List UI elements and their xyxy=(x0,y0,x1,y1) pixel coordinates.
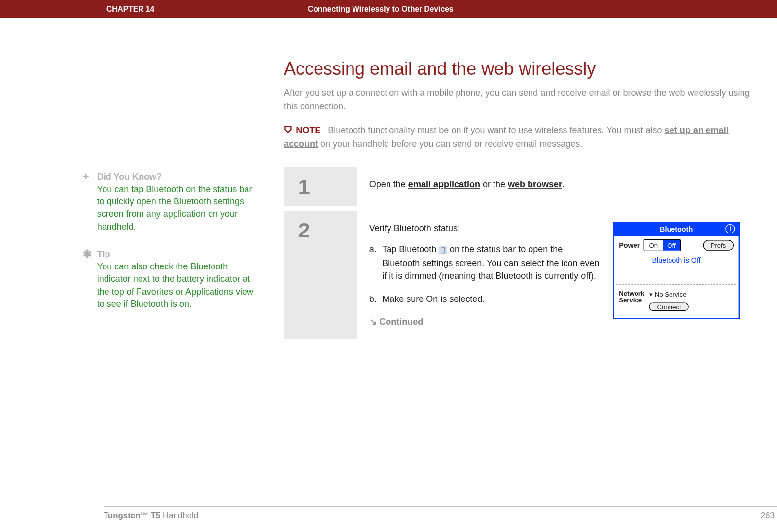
chapter-label: CHAPTER 14 xyxy=(106,4,308,13)
note-label: NOTE xyxy=(296,125,320,134)
asterisk-icon: ✱ xyxy=(83,249,97,260)
content: Accessing email and the web wirelessly A… xyxy=(284,59,751,339)
section-title: Accessing email and the web wirelessly xyxy=(284,59,751,79)
info-icon[interactable]: i xyxy=(725,224,735,233)
section-intro: After you set up a connection with a mob… xyxy=(284,86,751,113)
plus-icon: + xyxy=(83,171,97,182)
step-2b: b. Make sure On is selected. xyxy=(369,293,601,306)
note-text-pre: Bluetooth functionality must be on if yo… xyxy=(328,125,664,134)
did-you-know-box: + Did You Know? You can tap Bluetooth on… xyxy=(83,171,260,233)
tip-body: You can also check the Bluetooth indicat… xyxy=(97,260,260,310)
sidebar: + Did You Know? You can tap Bluetooth on… xyxy=(83,59,284,339)
step-1: 1 Open the email application or the web … xyxy=(284,167,751,211)
continued-label: ↘Continued xyxy=(369,315,601,329)
product-name: Tungsten™ T5 Handheld xyxy=(104,511,198,520)
tip-heading: Tip xyxy=(97,249,260,259)
chapter-header: CHAPTER 14 Connecting Wirelessly to Othe… xyxy=(0,0,777,18)
step-2: 2 Verify Bluetooth status: a. Tap Blueto… xyxy=(284,211,751,339)
arrow-down-right-icon: ↘ xyxy=(369,315,377,329)
power-label: Power xyxy=(619,240,640,251)
connect-button[interactable]: Connect xyxy=(649,302,689,311)
chapter-title: Connecting Wirelessly to Other Devices xyxy=(308,4,453,13)
step-number: 1 xyxy=(284,167,357,206)
network-status[interactable]: No Service xyxy=(649,290,734,299)
bluetooth-status: Bluetooth is Off xyxy=(614,255,739,284)
email-application-link[interactable]: email application xyxy=(408,179,480,189)
bluetooth-panel-title: Bluetooth i xyxy=(614,223,739,235)
did-you-know-heading: Did You Know? xyxy=(97,171,260,181)
step-1-text: Open the email application or the web br… xyxy=(369,178,740,196)
bluetooth-icon xyxy=(439,246,447,255)
step-number: 2 xyxy=(284,211,357,339)
note-text-post: on your handheld before you can send or … xyxy=(318,138,582,148)
prefs-button[interactable]: Prefs xyxy=(703,240,734,251)
step-2-lead: Verify Bluetooth status: xyxy=(369,222,601,235)
bluetooth-panel: Bluetooth i Power OnOff Prefs Bluetooth … xyxy=(613,222,740,319)
web-browser-link[interactable]: web browser xyxy=(508,179,562,189)
page-footer: Tungsten™ T5 Handheld 263 xyxy=(104,506,777,520)
toggle-off[interactable]: Off xyxy=(663,240,681,251)
network-service-label: NetworkService xyxy=(619,290,644,304)
power-toggle[interactable]: OnOff xyxy=(644,239,681,252)
did-you-know-body: You can tap Bluetooth on the status bar … xyxy=(97,183,260,233)
step-2a: a. Tap Bluetooth on the status bar to op… xyxy=(369,243,601,283)
note-block: NOTE Bluetooth functionality must be on … xyxy=(284,124,751,151)
steps-container: 1 Open the email application or the web … xyxy=(284,167,751,339)
toggle-on[interactable]: On xyxy=(644,240,663,251)
page-number: 263 xyxy=(761,511,777,520)
note-icon xyxy=(284,124,292,137)
tip-box: ✱ Tip You can also check the Bluetooth i… xyxy=(83,249,260,310)
